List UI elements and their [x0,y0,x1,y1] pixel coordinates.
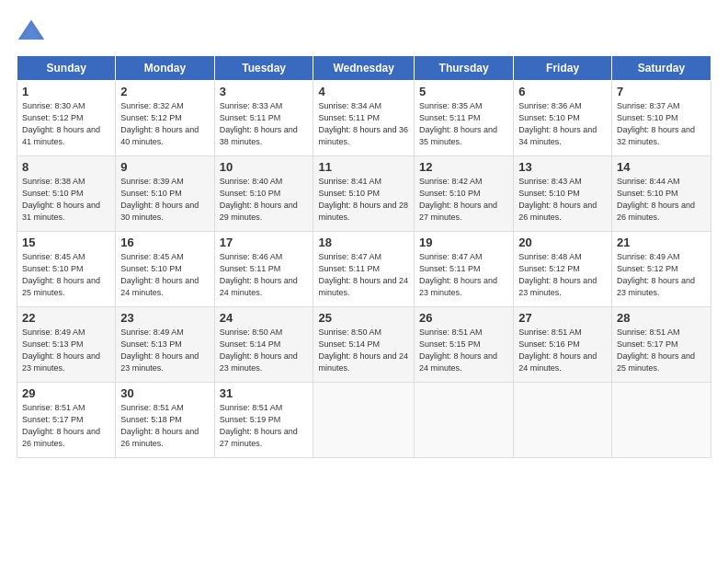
day-number: 31 [220,386,309,400]
calendar-cell: 16 Sunrise: 8:45 AM Sunset: 5:10 PM Dayl… [116,232,214,307]
day-number: 19 [419,236,508,249]
calendar-cell: 8 Sunrise: 8:38 AM Sunset: 5:10 PM Dayli… [17,156,116,232]
header [17,17,711,46]
day-number: 18 [318,236,408,249]
day-info: Sunrise: 8:44 AM Sunset: 5:10 PM Dayligh… [617,176,706,224]
calendar-cell: 25 Sunrise: 8:50 AM Sunset: 5:14 PM Dayl… [313,307,414,383]
calendar-cell: 15 Sunrise: 8:45 AM Sunset: 5:10 PM Dayl… [17,232,116,307]
day-info: Sunrise: 8:49 AM Sunset: 5:13 PM Dayligh… [22,327,110,374]
page: SundayMondayTuesdayWednesdayThursdayFrid… [0,0,728,563]
day-number: 12 [419,160,508,174]
weekday-monday: Monday [116,56,214,81]
day-number: 10 [220,160,309,174]
day-info: Sunrise: 8:47 AM Sunset: 5:11 PM Dayligh… [419,251,508,299]
day-info: Sunrise: 8:38 AM Sunset: 5:10 PM Dayligh… [22,176,110,224]
day-info: Sunrise: 8:33 AM Sunset: 5:11 PM Dayligh… [220,100,309,148]
calendar-cell: 18 Sunrise: 8:47 AM Sunset: 5:11 PM Dayl… [313,232,414,307]
weekday-thursday: Thursday [414,56,513,81]
day-info: Sunrise: 8:45 AM Sunset: 5:10 PM Dayligh… [120,251,209,299]
day-info: Sunrise: 8:49 AM Sunset: 5:12 PM Dayligh… [617,251,706,299]
calendar-week-5: 29 Sunrise: 8:51 AM Sunset: 5:17 PM Dayl… [17,383,711,458]
day-number: 17 [220,236,309,249]
day-number: 11 [318,160,408,174]
logo [17,17,51,46]
calendar-cell: 22 Sunrise: 8:49 AM Sunset: 5:13 PM Dayl… [17,307,116,383]
day-number: 7 [617,85,706,98]
weekday-tuesday: Tuesday [214,56,313,81]
calendar-cell: 11 Sunrise: 8:41 AM Sunset: 5:10 PM Dayl… [313,156,414,232]
day-number: 9 [120,160,209,174]
day-info: Sunrise: 8:51 AM Sunset: 5:15 PM Dayligh… [419,327,508,374]
day-number: 25 [318,311,408,325]
day-number: 14 [617,160,706,174]
day-number: 3 [220,85,309,98]
calendar-cell: 7 Sunrise: 8:37 AM Sunset: 5:10 PM Dayli… [611,81,711,156]
day-info: Sunrise: 8:35 AM Sunset: 5:11 PM Dayligh… [419,100,508,148]
day-number: 21 [617,236,706,249]
day-info: Sunrise: 8:30 AM Sunset: 5:12 PM Dayligh… [22,100,110,148]
calendar-cell: 29 Sunrise: 8:51 AM Sunset: 5:17 PM Dayl… [17,383,116,458]
calendar-cell: 31 Sunrise: 8:51 AM Sunset: 5:19 PM Dayl… [214,383,313,458]
day-info: Sunrise: 8:51 AM Sunset: 5:17 PM Dayligh… [22,402,110,450]
calendar-cell [611,383,711,458]
calendar-cell [514,383,612,458]
day-number: 26 [419,311,508,325]
calendar-cell: 30 Sunrise: 8:51 AM Sunset: 5:18 PM Dayl… [116,383,214,458]
calendar-cell: 6 Sunrise: 8:36 AM Sunset: 5:10 PM Dayli… [514,81,612,156]
day-info: Sunrise: 8:34 AM Sunset: 5:11 PM Dayligh… [318,100,408,148]
day-info: Sunrise: 8:51 AM Sunset: 5:18 PM Dayligh… [120,402,209,450]
calendar-cell: 1 Sunrise: 8:30 AM Sunset: 5:12 PM Dayli… [17,81,116,156]
day-info: Sunrise: 8:42 AM Sunset: 5:10 PM Dayligh… [419,176,508,224]
day-info: Sunrise: 8:46 AM Sunset: 5:11 PM Dayligh… [220,251,309,299]
weekday-saturday: Saturday [611,56,711,81]
calendar-cell: 5 Sunrise: 8:35 AM Sunset: 5:11 PM Dayli… [414,81,513,156]
day-info: Sunrise: 8:51 AM Sunset: 5:19 PM Dayligh… [220,402,309,450]
day-number: 15 [22,236,110,249]
day-number: 4 [318,85,408,98]
day-info: Sunrise: 8:50 AM Sunset: 5:14 PM Dayligh… [318,327,408,374]
calendar-cell: 9 Sunrise: 8:39 AM Sunset: 5:10 PM Dayli… [116,156,214,232]
weekday-friday: Friday [514,56,612,81]
day-number: 28 [617,311,706,325]
day-number: 8 [22,160,110,174]
day-info: Sunrise: 8:32 AM Sunset: 5:12 PM Dayligh… [120,100,209,148]
day-info: Sunrise: 8:47 AM Sunset: 5:11 PM Dayligh… [318,251,408,299]
calendar-cell: 26 Sunrise: 8:51 AM Sunset: 5:15 PM Dayl… [414,307,513,383]
calendar-cell [313,383,414,458]
calendar-cell: 3 Sunrise: 8:33 AM Sunset: 5:11 PM Dayli… [214,81,313,156]
calendar-cell: 12 Sunrise: 8:42 AM Sunset: 5:10 PM Dayl… [414,156,513,232]
day-info: Sunrise: 8:51 AM Sunset: 5:17 PM Dayligh… [617,327,706,374]
day-info: Sunrise: 8:39 AM Sunset: 5:10 PM Dayligh… [120,176,209,224]
calendar-cell: 10 Sunrise: 8:40 AM Sunset: 5:10 PM Dayl… [214,156,313,232]
calendar-cell: 23 Sunrise: 8:49 AM Sunset: 5:13 PM Dayl… [116,307,214,383]
day-info: Sunrise: 8:36 AM Sunset: 5:10 PM Dayligh… [518,100,607,148]
day-number: 29 [22,386,110,400]
calendar-cell: 24 Sunrise: 8:50 AM Sunset: 5:14 PM Dayl… [214,307,313,383]
calendar-cell: 28 Sunrise: 8:51 AM Sunset: 5:17 PM Dayl… [611,307,711,383]
calendar-cell: 19 Sunrise: 8:47 AM Sunset: 5:11 PM Dayl… [414,232,513,307]
day-number: 30 [120,386,209,400]
logo-icon [17,17,46,46]
calendar-cell: 2 Sunrise: 8:32 AM Sunset: 5:12 PM Dayli… [116,81,214,156]
day-info: Sunrise: 8:40 AM Sunset: 5:10 PM Dayligh… [220,176,309,224]
weekday-sunday: Sunday [17,56,116,81]
calendar-cell: 17 Sunrise: 8:46 AM Sunset: 5:11 PM Dayl… [214,232,313,307]
day-number: 16 [120,236,209,249]
calendar-week-4: 22 Sunrise: 8:49 AM Sunset: 5:13 PM Dayl… [17,307,711,383]
weekday-wednesday: Wednesday [313,56,414,81]
calendar-cell: 27 Sunrise: 8:51 AM Sunset: 5:16 PM Dayl… [514,307,612,383]
day-info: Sunrise: 8:49 AM Sunset: 5:13 PM Dayligh… [120,327,209,374]
day-info: Sunrise: 8:41 AM Sunset: 5:10 PM Dayligh… [318,176,408,224]
calendar-cell [414,383,513,458]
day-number: 22 [22,311,110,325]
day-info: Sunrise: 8:50 AM Sunset: 5:14 PM Dayligh… [220,327,309,374]
calendar-header: SundayMondayTuesdayWednesdayThursdayFrid… [17,56,711,81]
calendar-cell: 20 Sunrise: 8:48 AM Sunset: 5:12 PM Dayl… [514,232,612,307]
calendar-cell: 13 Sunrise: 8:43 AM Sunset: 5:10 PM Dayl… [514,156,612,232]
day-info: Sunrise: 8:43 AM Sunset: 5:10 PM Dayligh… [518,176,607,224]
calendar-week-1: 1 Sunrise: 8:30 AM Sunset: 5:12 PM Dayli… [17,81,711,156]
day-number: 24 [220,311,309,325]
day-number: 20 [518,236,607,249]
calendar-cell: 14 Sunrise: 8:44 AM Sunset: 5:10 PM Dayl… [611,156,711,232]
day-number: 23 [120,311,209,325]
